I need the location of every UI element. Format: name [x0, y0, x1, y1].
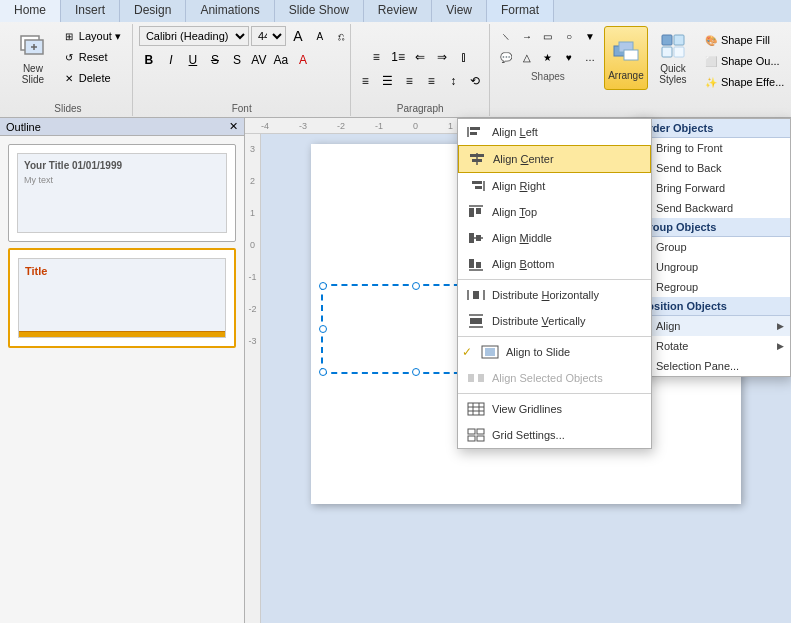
tab-format[interactable]: Format	[487, 0, 554, 22]
font-color-button[interactable]: A	[293, 50, 313, 70]
align-left-item[interactable]: Align Left	[458, 119, 651, 145]
shapes-section: ⟍ → ▭ ○ ▼ 💬 △ ★ ♥ … Shapes	[496, 26, 600, 82]
outline-close-icon[interactable]: ✕	[229, 120, 238, 133]
underline-button[interactable]: U	[183, 50, 203, 70]
outline-tab-label[interactable]: Outline	[6, 121, 41, 133]
align-center-item[interactable]: Align Center	[458, 145, 651, 173]
ribbon-content: New Slide ⊞ Layout ▾ ↺ Reset ✕ Delete	[0, 22, 791, 118]
svg-rect-25	[476, 235, 481, 241]
arrange-button[interactable]: Arrange	[604, 26, 648, 90]
tab-design[interactable]: Design	[120, 0, 186, 22]
shape-outline-label: Shape Ou...	[721, 55, 780, 67]
reset-button[interactable]: ↺ Reset	[56, 47, 126, 67]
bullets-button[interactable]: ≡	[366, 47, 386, 67]
selection-pane-item[interactable]: ▤ Selection Pane...	[632, 356, 790, 376]
columns-button[interactable]: ⫿	[454, 47, 474, 67]
delete-button[interactable]: ✕ Delete	[56, 68, 126, 88]
shape-rect[interactable]: ▭	[538, 26, 558, 46]
align-to-slide-item[interactable]: ✓ Align to Slide	[458, 339, 651, 365]
align-left-button[interactable]: ≡	[355, 71, 375, 91]
shape-outline-button[interactable]: ⬜ Shape Ou...	[698, 51, 789, 71]
distribute-v-item[interactable]: Distribute Vertically	[458, 308, 651, 334]
slide-thumb-1[interactable]: Your Title 01/01/1999 My text	[8, 144, 236, 242]
decrease-indent-button[interactable]: ⇐	[410, 47, 430, 67]
layout-button[interactable]: ⊞ Layout ▾	[56, 26, 126, 46]
arrange-dropdown: Order Objects ⬆ Bring to Front ⬇ Send to…	[631, 118, 791, 377]
tab-animations[interactable]: Animations	[186, 0, 274, 22]
slide-thumb-2[interactable]: Title	[8, 248, 236, 348]
group-paragraph: ≡ 1≡ ⇐ ⇒ ⫿ ≡ ☰ ≡ ≡ ↕ ⟲ Paragraph	[351, 24, 489, 116]
tab-insert[interactable]: Insert	[61, 0, 120, 22]
shape-oval[interactable]: ○	[559, 26, 579, 46]
distribute-h-item[interactable]: Distribute Horizontally	[458, 282, 651, 308]
increase-indent-button[interactable]: ⇒	[432, 47, 452, 67]
clear-format-button[interactable]: ⎌	[332, 26, 352, 46]
align-bottom-item[interactable]: Align Bottom	[458, 251, 651, 277]
decrease-font-button[interactable]: A	[310, 26, 330, 46]
italic-button[interactable]: I	[161, 50, 181, 70]
handle-ml[interactable]	[319, 325, 327, 333]
new-slide-button[interactable]: New Slide	[10, 26, 56, 90]
separator-1	[458, 279, 651, 280]
bring-to-front-item[interactable]: ⬆ Bring to Front	[632, 138, 790, 158]
svg-rect-46	[468, 436, 475, 441]
align-bottom-icon	[466, 256, 486, 272]
grid-settings-item[interactable]: Grid Settings...	[458, 422, 651, 448]
send-backward-item[interactable]: ↓ Send Backward	[632, 198, 790, 218]
shape-heart[interactable]: ♥	[559, 47, 579, 67]
shape-more[interactable]: ▼	[580, 26, 600, 46]
justify-button[interactable]: ≡	[421, 71, 441, 91]
tab-view[interactable]: View	[432, 0, 487, 22]
reset-label: Reset	[79, 51, 108, 63]
group-item[interactable]: ⊞ Group	[632, 237, 790, 257]
shape-effects-button[interactable]: ✨ Shape Effe...	[698, 72, 789, 92]
shape-triangle[interactable]: △	[517, 47, 537, 67]
svg-rect-10	[674, 47, 684, 57]
align-center-button[interactable]: ☰	[377, 71, 397, 91]
align-middle-item[interactable]: Align Middle	[458, 225, 651, 251]
font-size-select[interactable]: 44	[251, 26, 286, 46]
align-top-item[interactable]: Align Top	[458, 199, 651, 225]
shape-more2[interactable]: …	[580, 47, 600, 67]
align-item[interactable]: ⊨ Align	[632, 316, 790, 336]
view-gridlines-item[interactable]: View Gridlines	[458, 396, 651, 422]
text-direction-button[interactable]: ⟲	[465, 71, 485, 91]
increase-font-button[interactable]: A	[288, 26, 308, 46]
strikethrough-button[interactable]: S	[205, 50, 225, 70]
shadow-button[interactable]: S	[227, 50, 247, 70]
ruler-vertical: 3210-1-2-3	[245, 134, 261, 623]
handle-bl[interactable]	[319, 368, 327, 376]
handle-tl[interactable]	[319, 282, 327, 290]
tab-home[interactable]: Home	[0, 0, 61, 22]
svg-rect-43	[468, 403, 484, 415]
align-selected-icon	[466, 370, 486, 386]
line-spacing-button[interactable]: ↕	[443, 71, 463, 91]
svg-rect-36	[485, 348, 495, 356]
char-spacing-button[interactable]: AV	[249, 50, 269, 70]
regroup-item[interactable]: ↻ Regroup	[632, 277, 790, 297]
shape-star[interactable]: ★	[538, 47, 558, 67]
order-objects-header: Order Objects	[632, 119, 790, 138]
numbering-button[interactable]: 1≡	[388, 47, 408, 67]
ungroup-item[interactable]: ⊟ Ungroup	[632, 257, 790, 277]
shape-callout[interactable]: 💬	[496, 47, 516, 67]
quick-styles-label: Quick Styles	[657, 63, 689, 85]
rotate-item[interactable]: ↻ Rotate	[632, 336, 790, 356]
send-to-back-item[interactable]: ⬇ Send to Back	[632, 158, 790, 178]
shape-arrow[interactable]: →	[517, 26, 537, 46]
font-name-row: Calibri (Heading) 44 A A ⎌	[139, 26, 352, 46]
tab-review[interactable]: Review	[364, 0, 432, 22]
tab-slideshow[interactable]: Slide Show	[275, 0, 364, 22]
case-button[interactable]: Aa	[271, 50, 291, 70]
bold-button[interactable]: B	[139, 50, 159, 70]
font-name-select[interactable]: Calibri (Heading)	[139, 26, 249, 46]
handle-tm[interactable]	[412, 282, 420, 290]
shape-line[interactable]: ⟍	[496, 26, 516, 46]
shape-fill-label: Shape Fill	[721, 34, 770, 46]
handle-bm[interactable]	[412, 368, 420, 376]
align-right-item[interactable]: Align Right	[458, 173, 651, 199]
bring-forward-item[interactable]: ↑ Bring Forward	[632, 178, 790, 198]
shape-fill-button[interactable]: 🎨 Shape Fill	[698, 30, 789, 50]
align-right-button[interactable]: ≡	[399, 71, 419, 91]
quick-styles-button[interactable]: Quick Styles	[652, 26, 694, 90]
